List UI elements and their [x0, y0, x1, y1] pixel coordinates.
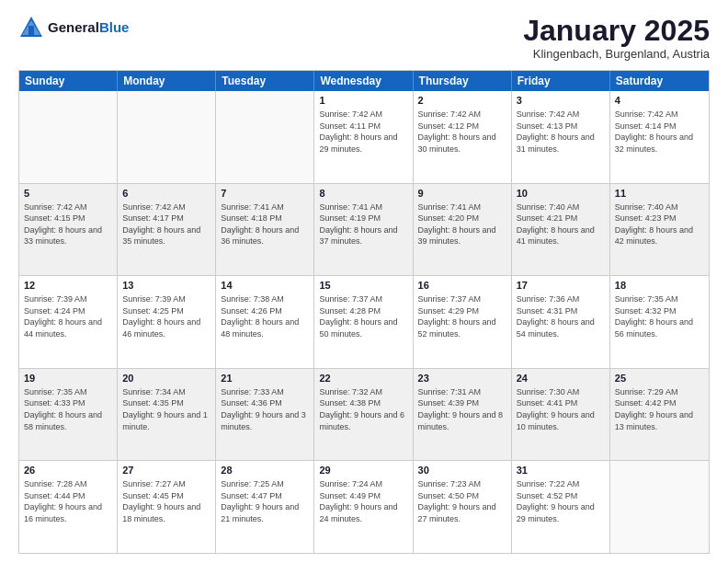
day-cell: 24Sunrise: 7:30 AM Sunset: 4:41 PM Dayli…	[512, 369, 610, 461]
day-cell: 31Sunrise: 7:22 AM Sunset: 4:52 PM Dayli…	[512, 461, 610, 553]
day-info: Sunrise: 7:40 AM Sunset: 4:21 PM Dayligh…	[517, 201, 605, 247]
logo-icon	[18, 15, 44, 40]
day-info: Sunrise: 7:24 AM Sunset: 4:49 PM Dayligh…	[319, 478, 407, 524]
day-cell: 2Sunrise: 7:42 AM Sunset: 4:12 PM Daylig…	[414, 91, 512, 183]
day-cell: 10Sunrise: 7:40 AM Sunset: 4:21 PM Dayli…	[512, 184, 610, 276]
day-header-sunday: Sunday	[19, 71, 118, 91]
day-cell: 5Sunrise: 7:42 AM Sunset: 4:15 PM Daylig…	[19, 184, 118, 276]
day-header-monday: Monday	[118, 71, 216, 91]
month-title: January 2025	[523, 15, 710, 47]
day-number: 24	[517, 372, 605, 385]
day-header-friday: Friday	[512, 71, 610, 91]
day-cell: 21Sunrise: 7:33 AM Sunset: 4:36 PM Dayli…	[216, 369, 314, 461]
day-info: Sunrise: 7:42 AM Sunset: 4:13 PM Dayligh…	[517, 109, 605, 155]
day-info: Sunrise: 7:41 AM Sunset: 4:18 PM Dayligh…	[221, 201, 309, 247]
day-info: Sunrise: 7:34 AM Sunset: 4:35 PM Dayligh…	[122, 386, 210, 432]
day-number: 28	[221, 464, 309, 477]
day-cell: 29Sunrise: 7:24 AM Sunset: 4:49 PM Dayli…	[314, 461, 413, 553]
day-number: 27	[122, 464, 210, 477]
day-info: Sunrise: 7:39 AM Sunset: 4:24 PM Dayligh…	[24, 293, 112, 339]
day-cell: 23Sunrise: 7:31 AM Sunset: 4:39 PM Dayli…	[414, 369, 512, 461]
logo-text: GeneralBlue	[48, 20, 129, 36]
day-info: Sunrise: 7:38 AM Sunset: 4:26 PM Dayligh…	[221, 293, 309, 339]
day-number: 20	[122, 372, 210, 385]
title-block: January 2025 Klingenbach, Burgenland, Au…	[523, 15, 710, 61]
day-info: Sunrise: 7:41 AM Sunset: 4:19 PM Dayligh…	[319, 201, 407, 247]
day-cell: 15Sunrise: 7:37 AM Sunset: 4:28 PM Dayli…	[314, 276, 413, 368]
day-cell	[19, 91, 118, 183]
day-cell: 11Sunrise: 7:40 AM Sunset: 4:23 PM Dayli…	[610, 184, 709, 276]
day-header-tuesday: Tuesday	[216, 71, 314, 91]
day-info: Sunrise: 7:41 AM Sunset: 4:20 PM Dayligh…	[418, 201, 506, 247]
day-info: Sunrise: 7:37 AM Sunset: 4:29 PM Dayligh…	[418, 293, 506, 339]
day-info: Sunrise: 7:42 AM Sunset: 4:14 PM Dayligh…	[615, 109, 704, 155]
day-cell	[610, 461, 709, 553]
week-row-5: 26Sunrise: 7:28 AM Sunset: 4:44 PM Dayli…	[19, 460, 709, 553]
header: GeneralBlue January 2025 Klingenbach, Bu…	[18, 15, 710, 61]
day-number: 25	[615, 372, 704, 385]
day-number: 1	[319, 94, 407, 108]
day-cell: 16Sunrise: 7:37 AM Sunset: 4:29 PM Dayli…	[414, 276, 512, 368]
day-number: 29	[319, 464, 407, 477]
day-info: Sunrise: 7:40 AM Sunset: 4:23 PM Dayligh…	[615, 201, 704, 247]
day-cell: 30Sunrise: 7:23 AM Sunset: 4:50 PM Dayli…	[414, 461, 512, 553]
day-number: 14	[221, 279, 309, 293]
day-cell: 22Sunrise: 7:32 AM Sunset: 4:38 PM Dayli…	[314, 369, 413, 461]
day-cell: 6Sunrise: 7:42 AM Sunset: 4:17 PM Daylig…	[118, 184, 216, 276]
day-header-saturday: Saturday	[610, 71, 709, 91]
day-number: 2	[418, 94, 506, 108]
week-row-3: 12Sunrise: 7:39 AM Sunset: 4:24 PM Dayli…	[19, 275, 709, 368]
day-info: Sunrise: 7:36 AM Sunset: 4:31 PM Dayligh…	[517, 293, 605, 339]
day-info: Sunrise: 7:27 AM Sunset: 4:45 PM Dayligh…	[122, 478, 210, 524]
week-row-2: 5Sunrise: 7:42 AM Sunset: 4:15 PM Daylig…	[19, 183, 709, 276]
day-number: 21	[221, 372, 309, 385]
day-info: Sunrise: 7:35 AM Sunset: 4:32 PM Dayligh…	[615, 293, 704, 339]
day-number: 3	[517, 94, 605, 108]
day-number: 31	[517, 464, 605, 477]
page: GeneralBlue January 2025 Klingenbach, Bu…	[0, 0, 728, 563]
day-info: Sunrise: 7:39 AM Sunset: 4:25 PM Dayligh…	[122, 293, 210, 339]
day-info: Sunrise: 7:33 AM Sunset: 4:36 PM Dayligh…	[221, 386, 309, 432]
day-info: Sunrise: 7:32 AM Sunset: 4:38 PM Dayligh…	[319, 386, 407, 432]
day-number: 15	[319, 279, 407, 293]
day-number: 19	[24, 372, 112, 385]
day-number: 23	[418, 372, 506, 385]
day-cell: 20Sunrise: 7:34 AM Sunset: 4:35 PM Dayli…	[118, 369, 216, 461]
day-info: Sunrise: 7:37 AM Sunset: 4:28 PM Dayligh…	[319, 293, 407, 339]
day-number: 22	[319, 372, 407, 385]
svg-rect-2	[28, 26, 34, 35]
day-cell	[216, 91, 314, 183]
logo-general: General	[48, 19, 99, 35]
day-number: 5	[24, 187, 112, 201]
day-number: 13	[122, 279, 210, 293]
day-cell: 28Sunrise: 7:25 AM Sunset: 4:47 PM Dayli…	[216, 461, 314, 553]
day-cell: 8Sunrise: 7:41 AM Sunset: 4:19 PM Daylig…	[314, 184, 413, 276]
day-cell: 9Sunrise: 7:41 AM Sunset: 4:20 PM Daylig…	[414, 184, 512, 276]
day-cell: 1Sunrise: 7:42 AM Sunset: 4:11 PM Daylig…	[314, 91, 413, 183]
day-header-wednesday: Wednesday	[314, 71, 413, 91]
day-info: Sunrise: 7:35 AM Sunset: 4:33 PM Dayligh…	[24, 386, 112, 432]
day-number: 18	[615, 279, 704, 293]
day-cell: 18Sunrise: 7:35 AM Sunset: 4:32 PM Dayli…	[610, 276, 709, 368]
day-info: Sunrise: 7:42 AM Sunset: 4:12 PM Dayligh…	[418, 109, 506, 155]
day-cell: 25Sunrise: 7:29 AM Sunset: 4:42 PM Dayli…	[610, 369, 709, 461]
day-info: Sunrise: 7:30 AM Sunset: 4:41 PM Dayligh…	[517, 386, 605, 432]
day-cell: 27Sunrise: 7:27 AM Sunset: 4:45 PM Dayli…	[118, 461, 216, 553]
day-number: 30	[418, 464, 506, 477]
day-number: 12	[24, 279, 112, 293]
day-number: 17	[517, 279, 605, 293]
day-number: 9	[418, 187, 506, 201]
day-info: Sunrise: 7:22 AM Sunset: 4:52 PM Dayligh…	[517, 478, 605, 524]
week-row-1: 1Sunrise: 7:42 AM Sunset: 4:11 PM Daylig…	[19, 91, 709, 183]
day-number: 4	[615, 94, 704, 108]
logo: GeneralBlue	[18, 15, 129, 40]
day-cell: 3Sunrise: 7:42 AM Sunset: 4:13 PM Daylig…	[512, 91, 610, 183]
day-number: 26	[24, 464, 112, 477]
day-cell: 17Sunrise: 7:36 AM Sunset: 4:31 PM Dayli…	[512, 276, 610, 368]
calendar-body: 1Sunrise: 7:42 AM Sunset: 4:11 PM Daylig…	[19, 91, 709, 553]
day-info: Sunrise: 7:25 AM Sunset: 4:47 PM Dayligh…	[221, 478, 309, 524]
day-info: Sunrise: 7:42 AM Sunset: 4:15 PM Dayligh…	[24, 201, 112, 247]
day-info: Sunrise: 7:28 AM Sunset: 4:44 PM Dayligh…	[24, 478, 112, 524]
day-number: 7	[221, 187, 309, 201]
day-cell: 14Sunrise: 7:38 AM Sunset: 4:26 PM Dayli…	[216, 276, 314, 368]
